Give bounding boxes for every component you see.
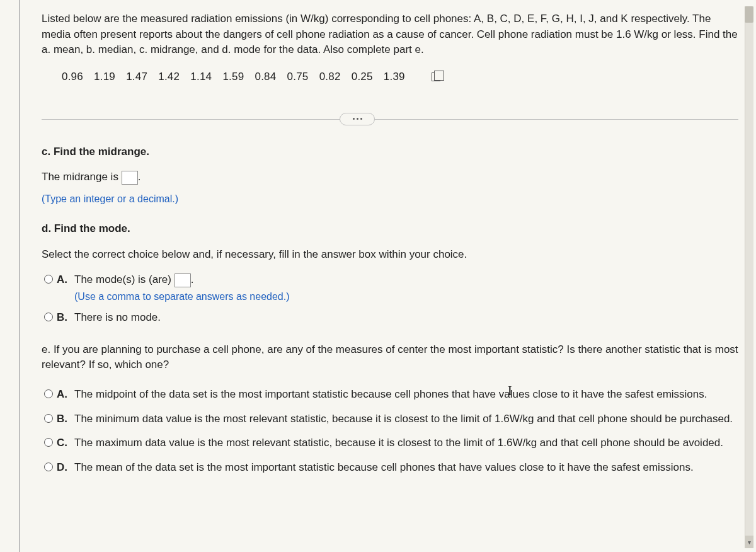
section-divider [42,113,738,127]
choice-text: The mean of the data set is the most imp… [74,460,738,476]
choice-text: The minimum data value is the most relev… [74,411,738,427]
data-values-row: 0.96 1.19 1.47 1.42 1.14 1.59 0.84 0.75 … [42,69,738,85]
choice-label: D. [57,460,69,476]
choice-text: The mode(s) is (are) . (Use a comma to s… [74,272,738,304]
page: Listed below are the measured radiation … [0,0,756,552]
radio-icon[interactable] [44,463,53,471]
choice-label: A. [57,387,69,403]
radio-icon[interactable] [44,389,53,398]
choice-subhint: (Use a comma to separate answers as need… [74,289,738,304]
choice-label: C. [57,435,69,451]
part-c-heading: c. Find the midrange. [42,146,149,158]
part-e-choices: I A. The midpoint of the data set is the… [42,387,738,476]
midrange-suffix: . [138,171,141,183]
choice-text: There is no mode. [74,310,738,326]
choice-label: A. [57,272,69,288]
choice-text: The midpoint of the data set is the most… [74,387,738,403]
choice-label: B. [57,411,69,427]
part-d-choice-a[interactable]: A. The mode(s) is (are) . (Use a comma t… [42,272,738,304]
part-c-hint: (Type an integer or a decimal.) [42,192,738,206]
divider-line [42,119,738,120]
scrollbar-down-button[interactable]: ▾ [745,536,753,548]
question-intro: Listed below are the measured radiation … [42,11,738,58]
scrollbar-thumb[interactable] [745,6,753,23]
mode-input[interactable] [175,273,191,287]
midrange-prefix: The midrange is [42,171,122,183]
part-c: c. Find the midrange. The midrange is . … [42,144,738,206]
part-d-choices: A. The mode(s) is (are) . (Use a comma t… [42,272,738,325]
radio-icon[interactable] [44,438,53,447]
choice-text: The maximum data value is the most relev… [74,435,738,451]
part-d: d. Find the mode. Select the correct cho… [42,221,738,326]
part-c-statement: The midrange is . [42,170,738,185]
radio-icon[interactable] [44,275,53,284]
midrange-input[interactable] [122,171,138,185]
copy-icon[interactable] [432,72,440,81]
data-values-text: 0.96 1.19 1.47 1.42 1.14 1.59 0.84 0.75 … [62,69,405,85]
part-e-choice-d[interactable]: D. The mean of the data set is the most … [42,460,738,476]
radio-icon[interactable] [44,414,53,423]
part-e: e. If you are planning to purchase a cel… [42,342,738,476]
choice-label: B. [57,310,69,326]
part-e-choice-c[interactable]: C. The maximum data value is the most re… [42,435,738,451]
content-area: Listed below are the measured radiation … [19,11,756,476]
expand-pill[interactable] [340,113,375,125]
part-d-choice-b[interactable]: B. There is no mode. [42,310,738,326]
mode-suffix: . [191,273,194,285]
mode-prefix: The mode(s) is (are) [74,273,175,285]
part-e-question: e. If you are planning to purchase a cel… [42,342,738,373]
part-d-heading: d. Find the mode. [42,222,130,234]
scrollbar-track[interactable] [745,6,753,548]
part-e-choice-a[interactable]: A. The midpoint of the data set is the m… [42,387,738,403]
radio-icon[interactable] [44,313,53,321]
part-e-choice-b[interactable]: B. The minimum data value is the most re… [42,411,738,427]
part-d-instruction: Select the correct choice below and, if … [42,247,738,263]
